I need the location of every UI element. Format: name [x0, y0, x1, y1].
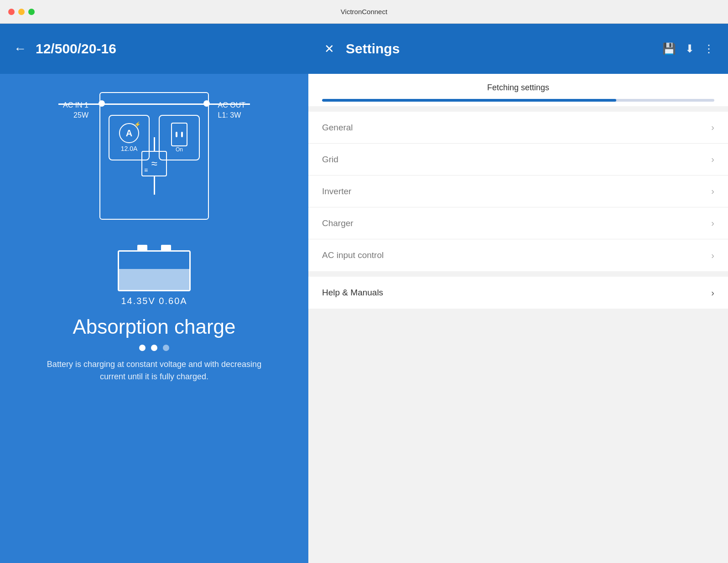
- settings-item-general-label: General: [322, 123, 711, 133]
- back-button[interactable]: ←: [14, 41, 26, 56]
- battery-fill: [119, 269, 189, 290]
- amp-value: 12.0A: [121, 145, 138, 152]
- status-dot-2: [151, 345, 157, 351]
- battery-terminal-right: [161, 245, 171, 250]
- status-description: Battery is charging at constant voltage …: [36, 358, 273, 383]
- battery-values: 14.35V 0.60A: [121, 296, 187, 306]
- ac-out-title: AC OUT: [218, 100, 245, 110]
- settings-item-inverter-label: Inverter: [322, 186, 711, 196]
- amp-letter: A: [126, 128, 132, 139]
- outlet-status: On: [176, 146, 183, 153]
- save-icon[interactable]: 💾: [662, 42, 676, 55]
- settings-list: General › Grid › Inverter › Charger › AC…: [308, 106, 728, 563]
- help-item-chevron: ›: [711, 288, 714, 298]
- settings-item-general[interactable]: General ›: [308, 112, 728, 144]
- settings-item-charger[interactable]: Charger ›: [308, 207, 728, 239]
- minimize-traffic-light[interactable]: [18, 9, 25, 15]
- close-button[interactable]: ✕: [322, 42, 337, 56]
- settings-item-general-chevron: ›: [711, 122, 714, 133]
- battery-terminal-left: [137, 245, 147, 250]
- titlebar: VictronConnect: [0, 0, 728, 24]
- window-title: VictronConnect: [341, 8, 387, 15]
- settings-item-ac-input-chevron: ›: [711, 250, 714, 261]
- wire-dot-right: [203, 100, 210, 107]
- status-dot-3: [163, 345, 169, 351]
- help-item-label: Help & Manuals: [322, 288, 711, 298]
- settings-item-grid[interactable]: Grid ›: [308, 144, 728, 176]
- settings-item-ac-input-label: AC input control: [322, 250, 711, 260]
- right-header: ✕ Settings 💾 ⬇ ⋮: [308, 24, 728, 74]
- outlet-hole-left: [176, 132, 177, 137]
- battery-area: 14.35V 0.60A: [118, 245, 191, 306]
- maximize-traffic-light[interactable]: [28, 9, 35, 15]
- wire-vertical-bottom: [154, 176, 155, 195]
- lightning-icon: ⚡: [134, 121, 141, 128]
- transformer-area: ≈≡: [141, 137, 167, 195]
- inverter-diagram: AC IN 1 25W AC OUT L1: 3W: [58, 88, 250, 243]
- outlet-icon: [171, 123, 187, 146]
- status-title: Absorption charge: [73, 315, 235, 338]
- help-item[interactable]: Help & Manuals ›: [308, 277, 728, 309]
- close-traffic-light[interactable]: [8, 9, 15, 15]
- diagram-area: AC IN 1 25W AC OUT L1: 3W: [9, 88, 299, 306]
- progress-bar-fill: [322, 99, 616, 102]
- battery-terminals: [137, 245, 171, 250]
- wire-dot-left: [99, 100, 105, 107]
- settings-item-charger-label: Charger: [322, 218, 711, 228]
- settings-item-grid-label: Grid: [322, 155, 711, 165]
- ac-in-title: AC IN 1: [63, 100, 88, 110]
- amp-circle: A ⚡: [119, 123, 139, 143]
- outlet-holes: [176, 132, 183, 137]
- status-dots: [139, 345, 169, 351]
- left-content: AC IN 1 25W AC OUT L1: 3W: [0, 74, 308, 563]
- settings-item-inverter-chevron: ›: [711, 186, 714, 196]
- wire-top: [58, 103, 250, 105]
- traffic-lights: [8, 9, 35, 15]
- transformer-symbol: ≈≡: [151, 157, 157, 170]
- transformer-box: ≈≡: [141, 151, 167, 176]
- progress-section: Fetching settings: [308, 74, 728, 106]
- settings-group: General › Grid › Inverter › Charger › AC…: [308, 112, 728, 271]
- progress-bar-background: [322, 99, 714, 102]
- fetching-label: Fetching settings: [322, 83, 714, 93]
- battery-body: [118, 250, 191, 291]
- wire-vertical-top: [154, 137, 155, 151]
- download-icon[interactable]: ⬇: [685, 42, 694, 55]
- header-icons: 💾 ⬇ ⋮: [662, 42, 714, 55]
- settings-item-ac-input[interactable]: AC input control ›: [308, 239, 728, 271]
- settings-item-inverter[interactable]: Inverter ›: [308, 176, 728, 207]
- status-dot-1: [139, 345, 146, 351]
- more-icon[interactable]: ⋮: [703, 42, 714, 55]
- outlet-hole-right: [181, 132, 183, 137]
- help-section: Help & Manuals ›: [308, 277, 728, 309]
- settings-item-grid-chevron: ›: [711, 154, 714, 165]
- left-header: ← 12/500/20-16: [0, 24, 308, 74]
- main-container: ← 12/500/20-16 AC IN 1 25W AC OUT L1: 3W: [0, 24, 728, 563]
- right-panel: ✕ Settings 💾 ⬇ ⋮ Fetching settings Gener…: [308, 24, 728, 563]
- ac-in-value: 25W: [63, 110, 88, 120]
- settings-item-charger-chevron: ›: [711, 218, 714, 228]
- left-panel: ← 12/500/20-16 AC IN 1 25W AC OUT L1: 3W: [0, 24, 308, 563]
- settings-title: Settings: [346, 41, 653, 57]
- device-title: 12/500/20-16: [36, 41, 116, 57]
- ac-out-value: L1: 3W: [218, 110, 245, 120]
